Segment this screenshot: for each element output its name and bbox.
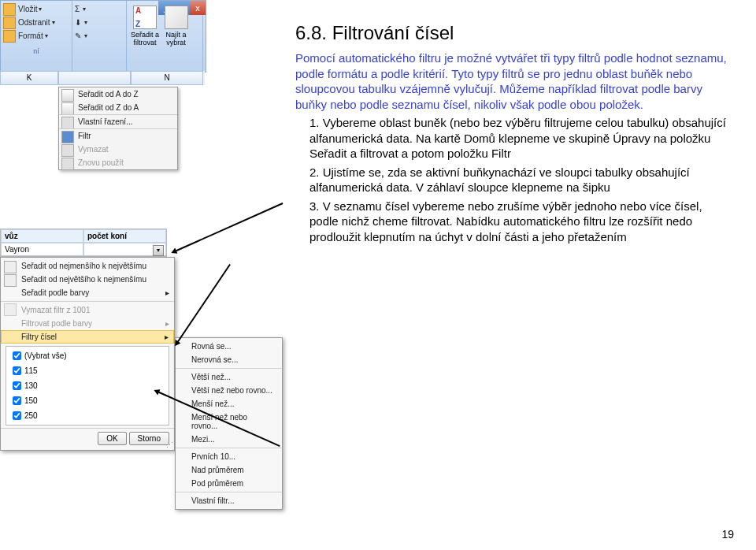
nf-equals[interactable]: Rovná se... bbox=[176, 340, 282, 353]
sort-icon bbox=[61, 117, 74, 129]
ribbon-fragment: _ □ x Vložit▾ Odstranit▾ Formát▾ ní Σ▾ ⬇… bbox=[0, 0, 206, 72]
number-filters[interactable]: Filtry čísel bbox=[1, 330, 174, 344]
check-250[interactable]: 250 bbox=[8, 408, 167, 423]
ui-illustration: _ □ x Vložit▾ Odstranit▾ Formát▾ ní Σ▾ ⬇… bbox=[0, 0, 268, 520]
sort-filter-menu: Seřadit od A do Z Seřadit od Z do A Vlas… bbox=[58, 87, 178, 170]
col-header-koni: počet koní bbox=[83, 229, 166, 243]
pointer-arrow-2 bbox=[175, 203, 284, 252]
za-icon bbox=[61, 102, 74, 115]
az-icon bbox=[61, 89, 74, 102]
sort-asc-icon bbox=[4, 261, 17, 273]
col-blank[interactable] bbox=[58, 71, 131, 85]
intro-paragraph: Pomocí automatického filtru je možné vyt… bbox=[295, 50, 732, 112]
col-n[interactable]: N bbox=[131, 71, 203, 85]
menu-sort-za[interactable]: Seřadit od Z do A bbox=[59, 101, 177, 114]
ok-button[interactable]: OK bbox=[98, 432, 126, 445]
nf-le[interactable]: Menší než nebo rovno... bbox=[176, 411, 282, 433]
heading: 6.8. Filtrování čísel bbox=[295, 22, 732, 44]
menu-reapply[interactable]: Znovu použít bbox=[59, 156, 177, 169]
clear-button[interactable]: ✎▾ bbox=[75, 29, 124, 43]
group-label-cells: ní bbox=[3, 47, 69, 55]
nf-not-equals[interactable]: Nerovná se... bbox=[176, 353, 282, 366]
nf-below-avg[interactable]: Pod průměrem bbox=[176, 477, 282, 490]
reapply-icon bbox=[61, 158, 74, 170]
check-130[interactable]: 130 bbox=[8, 378, 167, 393]
menu-filter[interactable]: Filtr bbox=[59, 128, 177, 143]
find-icon bbox=[165, 6, 188, 29]
sort-by-color[interactable]: Seřadit podle barvy bbox=[1, 286, 174, 299]
page-number: 19 bbox=[721, 528, 734, 541]
funnel-icon bbox=[61, 131, 74, 143]
check-115[interactable]: 115 bbox=[8, 363, 167, 378]
nf-less[interactable]: Menší než... bbox=[176, 397, 282, 411]
col-header-vuz: vůz bbox=[1, 229, 83, 243]
step-1: 1. Vybereme oblast buněk (nebo bez výběr… bbox=[295, 115, 732, 162]
step-2: 2. Ujistíme se, zda se aktivní buňkynach… bbox=[295, 165, 732, 195]
sort-desc[interactable]: Seřadit od největšího k nejmenšímu bbox=[1, 273, 174, 286]
resize-handle-icon[interactable]: ⋰ bbox=[166, 441, 173, 449]
filter-by-color[interactable]: Filtrovat podle barvy bbox=[1, 317, 174, 330]
filter-checklist: (Vybrat vše) 115 130 150 250 bbox=[6, 346, 169, 426]
menu-sort-az[interactable]: Seřadit od A do Z bbox=[59, 87, 177, 101]
nf-greater[interactable]: Větší než... bbox=[176, 368, 282, 384]
sort-az-icon bbox=[133, 6, 157, 29]
document-text: 6.8. Filtrování čísel Pomocí automatické… bbox=[295, 22, 732, 247]
autofilter-menu: Seřadit od nejmenšího k největšímu Seřad… bbox=[0, 257, 175, 451]
ribbon-group-edit: Σ▾ ⬇▾ ✎▾ bbox=[72, 1, 127, 73]
clear-filter-from[interactable]: Vymazat filtr z 1001 bbox=[1, 301, 174, 317]
sort-asc[interactable]: Seřadit od nejmenšího k největšímu bbox=[1, 259, 174, 273]
insert-button[interactable]: Vložit▾ bbox=[3, 2, 69, 16]
autosum-button[interactable]: Σ▾ bbox=[75, 2, 124, 16]
fill-button[interactable]: ⬇▾ bbox=[75, 16, 124, 29]
sort-filter-button[interactable]: Seřadit a filtrovat bbox=[129, 2, 161, 48]
cell-koni[interactable]: 10▾ bbox=[83, 243, 166, 256]
nf-custom[interactable]: Vlastní filtr... bbox=[176, 492, 282, 507]
column-headers: K N bbox=[0, 71, 205, 85]
nf-ge[interactable]: Větší než nebo rovno... bbox=[176, 384, 282, 397]
ribbon-group-cells: Vložit▾ Odstranit▾ Formát▾ ní bbox=[1, 1, 72, 73]
check-select-all[interactable]: (Vybrat vše) bbox=[8, 348, 167, 363]
format-button[interactable]: Formát▾ bbox=[3, 29, 69, 43]
find-select-button[interactable]: Najít a vybrat bbox=[163, 2, 190, 48]
menu-custom-sort[interactable]: Vlastní řazení... bbox=[59, 114, 177, 128]
step-3: 3. V seznamu čísel vybereme nebo zrušíme… bbox=[295, 199, 732, 245]
clear-icon bbox=[61, 144, 74, 157]
clear-filter-icon bbox=[4, 303, 17, 316]
cell-vuz[interactable]: Vayron bbox=[1, 243, 83, 256]
sort-desc-icon bbox=[4, 274, 17, 287]
menu-clear[interactable]: Vymazat bbox=[59, 143, 177, 156]
cancel-button[interactable]: Storno bbox=[129, 432, 169, 445]
filter-dropdown-icon[interactable]: ▾ bbox=[153, 245, 164, 256]
pointer-arrow-1 bbox=[176, 264, 231, 344]
nf-above-avg[interactable]: Nad průměrem bbox=[176, 463, 282, 477]
nf-top10[interactable]: Prvních 10... bbox=[176, 448, 282, 463]
delete-button[interactable]: Odstranit▾ bbox=[3, 16, 69, 29]
close-button[interactable]: x bbox=[190, 1, 206, 15]
check-150[interactable]: 150 bbox=[8, 393, 167, 408]
data-table: vůz počet koní Vayron 10▾ bbox=[0, 229, 167, 257]
col-k[interactable]: K bbox=[0, 71, 58, 85]
